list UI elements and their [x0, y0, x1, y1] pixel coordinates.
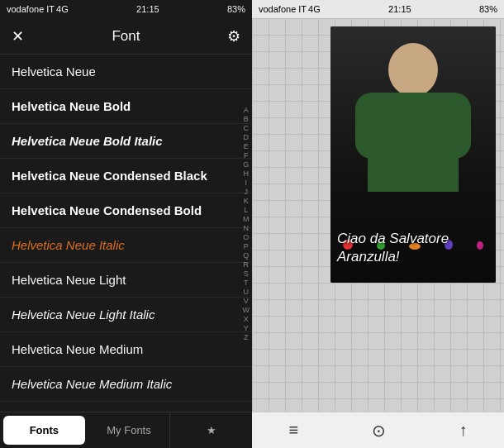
alphabet-letter[interactable]: F: [244, 151, 249, 160]
tab-star[interactable]: ★: [170, 412, 252, 448]
status-bar-right: vodafone IT 4G 21:15 83%: [252, 0, 504, 18]
alphabet-letter[interactable]: W: [243, 306, 250, 314]
alphabet-letter[interactable]: V: [244, 297, 249, 305]
menu-icon[interactable]: ≡: [288, 421, 298, 440]
photo-background: Ciao da Salvatore Aranzulla!: [330, 26, 496, 283]
carrier-left: vodafone IT: [7, 4, 55, 14]
status-bar-left: vodafone IT 4G 21:15 83%: [0, 0, 252, 18]
alphabet-letter[interactable]: E: [244, 142, 249, 150]
font-name: Helvetica Neue Bold: [12, 99, 131, 113]
battery-right: 83%: [479, 4, 497, 14]
alphabet-letter[interactable]: L: [244, 206, 248, 214]
time-left: 21:15: [69, 4, 227, 14]
person-arm-left: [355, 93, 388, 159]
alphabet-letter[interactable]: A: [244, 106, 249, 114]
alphabet-letter[interactable]: M: [243, 215, 250, 223]
alphabet-letter[interactable]: G: [243, 160, 249, 169]
alphabet-letter[interactable]: D: [244, 133, 250, 141]
photo-caption: Ciao da Salvatore Aranzulla!: [337, 230, 489, 266]
alphabet-letter[interactable]: X: [244, 315, 249, 323]
alphabet-letter[interactable]: N: [244, 224, 250, 232]
person-silhouette: [330, 43, 496, 236]
font-item[interactable]: Helvetica Neue Medium Italic: [0, 367, 252, 402]
alphabet-letter[interactable]: I: [245, 179, 247, 187]
font-name: Helvetica Neue Light: [12, 273, 126, 287]
time-right: 21:15: [321, 4, 479, 14]
alphabet-letter[interactable]: J: [245, 188, 249, 196]
alphabet-letter[interactable]: H: [244, 169, 250, 178]
network-right: 4G: [308, 4, 321, 14]
font-header: ✕ Font ⚙: [0, 18, 252, 55]
person-head: [388, 43, 438, 97]
alphabet-index: ABCDEFGHIJKLMNOPQRSTUVWXYZ: [240, 104, 253, 343]
battery-left: 83%: [227, 4, 245, 14]
share-icon[interactable]: ↑: [459, 421, 468, 440]
font-item[interactable]: Helvetica Neue Light: [0, 263, 252, 298]
font-item[interactable]: Helvetica Neue Italic: [0, 228, 252, 263]
tab-my-fonts[interactable]: My Fonts: [88, 412, 171, 448]
font-item[interactable]: Helvetica Neue Condensed Bold: [0, 193, 252, 228]
font-name: Helvetica Neue Bold Italic: [12, 134, 163, 148]
close-button[interactable]: ✕: [12, 27, 24, 45]
right-toolbar: ≡ ⊙ ↑: [252, 412, 504, 448]
font-item[interactable]: Helvetica Neue Medium: [0, 332, 252, 367]
network-left: 4G: [56, 4, 69, 14]
carrier-right: vodafone IT: [259, 4, 307, 14]
alphabet-letter[interactable]: K: [244, 197, 249, 205]
font-name: Helvetica Neue Italic: [12, 238, 125, 252]
font-name: Helvetica Neue Condensed Bold: [12, 203, 202, 217]
font-item[interactable]: Helvetica Neue Light Italic: [0, 298, 252, 332]
font-list: ABCDEFGHIJKLMNOPQRSTUVWXYZ Helvetica Neu…: [0, 55, 252, 412]
alphabet-letter[interactable]: O: [243, 233, 249, 241]
font-item[interactable]: Helvetica Neue: [0, 55, 252, 89]
font-name: Helvetica Neue Medium Italic: [12, 377, 172, 391]
settings-button[interactable]: ⚙: [227, 27, 240, 45]
canvas-area: Ciao da Salvatore Aranzulla!: [252, 18, 504, 412]
header-title: Font: [112, 28, 140, 45]
alphabet-letter[interactable]: Z: [244, 333, 249, 341]
left-panel: vodafone IT 4G 21:15 83% ✕ Font ⚙ ABCDEF…: [0, 0, 252, 448]
bottom-tabs: Fonts My Fonts ★: [0, 412, 252, 448]
alphabet-letter[interactable]: S: [244, 269, 249, 278]
alphabet-letter[interactable]: R: [244, 260, 250, 269]
font-name: Helvetica Neue Light Italic: [12, 307, 155, 322]
alphabet-letter[interactable]: Q: [243, 251, 249, 260]
alphabet-letter[interactable]: T: [244, 279, 249, 287]
font-item[interactable]: Helvetica Neue Condensed Black: [0, 159, 252, 193]
font-items: Helvetica NeueHelvetica Neue BoldHelveti…: [0, 55, 252, 412]
right-panel: vodafone IT 4G 21:15 83%: [252, 0, 504, 448]
font-name: Helvetica Neue Condensed Black: [12, 169, 207, 183]
font-item[interactable]: Helvetica Neue Bold Italic: [0, 124, 252, 159]
tab-fonts[interactable]: Fonts: [3, 416, 85, 445]
font-name: Helvetica Neue: [12, 64, 96, 79]
camera-icon[interactable]: ⊙: [372, 421, 386, 441]
alphabet-letter[interactable]: C: [244, 124, 250, 132]
font-name: Helvetica Neue Medium: [12, 342, 143, 356]
font-item[interactable]: Helvetica Neue Bold: [0, 89, 252, 124]
font-item[interactable]: Helvetica Neue Thin: [0, 402, 252, 412]
photo-card: Ciao da Salvatore Aranzulla!: [330, 26, 496, 283]
alphabet-letter[interactable]: U: [244, 288, 250, 296]
alphabet-letter[interactable]: Y: [244, 324, 249, 332]
person-arm-right: [438, 93, 471, 159]
alphabet-letter[interactable]: P: [244, 242, 249, 250]
alphabet-letter[interactable]: B: [244, 115, 249, 123]
